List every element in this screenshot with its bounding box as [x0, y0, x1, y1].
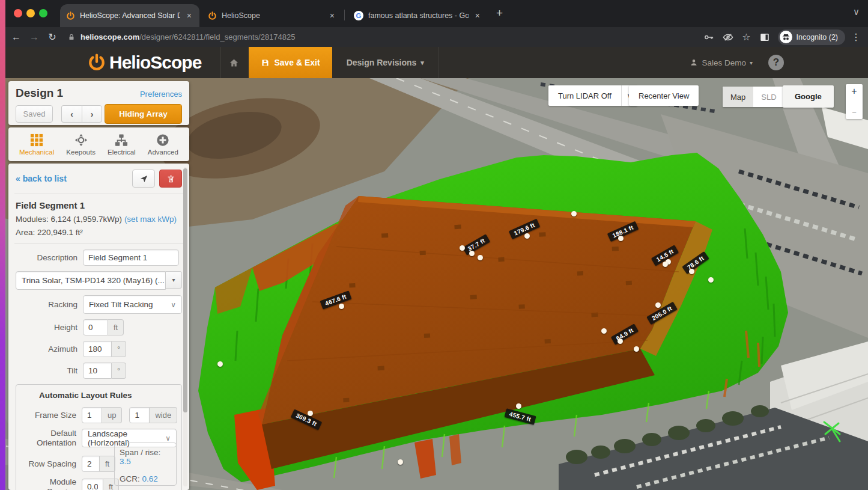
turn-lidar-off-button[interactable]: Turn LIDAR Off — [548, 85, 621, 106]
row-spacing-input[interactable] — [82, 456, 100, 472]
design-canvas[interactable]: 37.7 ft179.6 ft188.1 ft14.5 ft78.6 ft467… — [0, 78, 868, 490]
vertex-handle[interactable] — [516, 403, 521, 409]
segment-tab-bar: Mechanical Keepouts Electrical Advanced — [8, 127, 189, 161]
design-revisions-menu[interactable]: Design Revisions ▾ — [332, 47, 439, 78]
zoom-out-button[interactable]: − — [852, 109, 857, 115]
frame-up-input[interactable] — [82, 407, 102, 423]
back-button[interactable]: ← — [7, 32, 25, 43]
url-domain: helioscope.com — [80, 32, 139, 41]
delete-segment-button[interactable] — [159, 170, 182, 188]
tab-helioscope-designer[interactable]: HelioScope: Advanced Solar D × — [60, 4, 199, 27]
vertex-handle[interactable] — [478, 255, 483, 260]
racking-value: Fixed Tilt Racking — [89, 300, 153, 309]
vertex-handle[interactable] — [398, 459, 403, 465]
incognito-profile-badge[interactable]: Incognito (2) — [778, 29, 845, 45]
tilt-label: Tilt — [16, 366, 77, 376]
vertex-handle[interactable] — [339, 304, 344, 309]
eye-off-icon[interactable] — [723, 32, 733, 43]
tilt-input[interactable] — [83, 363, 112, 379]
vertex-handle[interactable] — [618, 338, 623, 344]
tab-close-icon[interactable]: × — [185, 11, 193, 20]
vertex-handle[interactable] — [618, 236, 624, 241]
vertex-handle[interactable] — [634, 346, 639, 352]
module-select[interactable]: Trina Solar, TSM-PD14 320 (May16) (... ▾ — [16, 271, 182, 290]
racking-select[interactable]: Fixed Tilt Racking ∨ — [83, 295, 182, 314]
tab-advanced[interactable]: Advanced — [148, 133, 178, 156]
vertex-handle[interactable] — [663, 262, 668, 267]
help-button[interactable]: ? — [768, 55, 784, 70]
tab-divider — [344, 10, 345, 20]
span-rise-line: Span / rise: 3.5 — [120, 448, 171, 466]
tab-helioscope[interactable]: HelioScope × — [202, 4, 342, 27]
window-minimize-button[interactable] — [26, 9, 35, 17]
user-menu[interactable]: Sales Demo ▾ — [690, 58, 753, 67]
vertex-handle[interactable] — [524, 233, 530, 239]
vertex-handle[interactable] — [689, 269, 694, 274]
undo-button[interactable]: ‹ — [61, 105, 82, 123]
azimuth-input[interactable] — [83, 341, 112, 357]
set-max-kwp-link[interactable]: (set max kWp) — [124, 215, 177, 224]
tab-keepouts[interactable]: Keepouts — [66, 133, 96, 156]
side-panel-icon[interactable] — [759, 32, 770, 43]
sld-view-button[interactable]: SLD — [753, 87, 784, 107]
vertex-handle[interactable] — [655, 302, 661, 308]
tab-electrical[interactable]: Electrical — [108, 133, 136, 156]
bookmark-star-icon[interactable]: ☆ — [742, 31, 750, 43]
tab-title: famous atlanta structures - Go — [368, 11, 469, 20]
google-basemap-button[interactable]: Google — [783, 85, 834, 108]
reload-button[interactable]: ↻ — [43, 31, 61, 43]
frame-size-label: Frame Size — [21, 411, 76, 420]
orientation-label: Default Orientation — [21, 429, 76, 447]
new-tab-button[interactable]: + — [496, 7, 503, 20]
save-exit-label: Save & Exit — [274, 58, 320, 67]
locate-segment-button[interactable] — [132, 170, 155, 188]
hiding-array-button[interactable]: Hiding Array — [105, 104, 182, 124]
vertex-handle[interactable] — [308, 411, 313, 416]
description-input[interactable] — [83, 250, 179, 266]
tab-search-chevron-icon[interactable]: ∨ — [853, 7, 860, 17]
sidebar-scrollbar-thumb[interactable] — [183, 168, 187, 412]
module-spacing-label: Module Spacing — [21, 477, 76, 490]
vertex-handle[interactable] — [469, 251, 475, 256]
forward-button[interactable]: → — [25, 32, 43, 43]
tab-mechanical[interactable]: Mechanical — [19, 133, 54, 156]
tab-close-icon[interactable]: × — [473, 11, 482, 20]
crosshair-icon — [74, 133, 88, 147]
vertex-handle[interactable] — [708, 277, 714, 283]
zoom-in-button[interactable]: + — [851, 88, 857, 95]
map-view-button[interactable]: Map — [723, 87, 753, 107]
home-button[interactable] — [221, 47, 246, 78]
helioscope-logo[interactable]: HelioScope — [88, 52, 201, 73]
password-key-icon[interactable] — [703, 32, 714, 43]
tab-label: Advanced — [148, 149, 178, 156]
frame-wide-input[interactable] — [129, 407, 150, 423]
module-select-caret-icon[interactable]: ▾ — [166, 271, 182, 289]
preferences-link[interactable]: Preferences — [140, 90, 182, 99]
redo-button[interactable]: › — [82, 105, 102, 123]
browser-menu-icon[interactable]: ⋮ — [851, 31, 861, 43]
module-spacing-input[interactable] — [82, 479, 103, 490]
app-header: HelioScope Save & Exit Design Revisions … — [0, 47, 868, 78]
vertex-handle[interactable] — [460, 245, 465, 251]
vertex-handle[interactable] — [601, 328, 607, 334]
vertex-handle[interactable] — [571, 211, 577, 216]
map-sld-switch: Map SLD — [723, 87, 785, 107]
window-fullscreen-button[interactable] — [39, 9, 47, 17]
racking-label: Racking — [16, 300, 77, 310]
tab-close-icon[interactable]: × — [328, 11, 336, 20]
save-exit-button[interactable]: Save & Exit — [249, 47, 332, 78]
address-bar[interactable]: helioscope.com/designer/6242811/field_se… — [67, 32, 699, 41]
power-logo-icon — [88, 54, 106, 72]
tab-title: HelioScope — [222, 11, 323, 20]
recenter-view-button[interactable]: Recenter View — [629, 85, 699, 106]
tab-label: Keepouts — [66, 149, 96, 156]
saved-button[interactable]: Saved — [16, 105, 53, 123]
height-input[interactable] — [83, 319, 108, 335]
design-panel: Design 1 Preferences Saved ‹ › Hiding Ar… — [8, 81, 189, 125]
back-to-list-link[interactable]: « back to list — [16, 174, 67, 183]
hierarchy-icon — [115, 133, 128, 147]
window-close-button[interactable] — [14, 9, 22, 17]
browser-window: HelioScope: Advanced Solar D × HelioScop… — [0, 0, 868, 490]
tab-google-search[interactable]: G famous atlanta structures - Go × — [348, 4, 488, 27]
vertex-handle[interactable] — [217, 361, 223, 367]
